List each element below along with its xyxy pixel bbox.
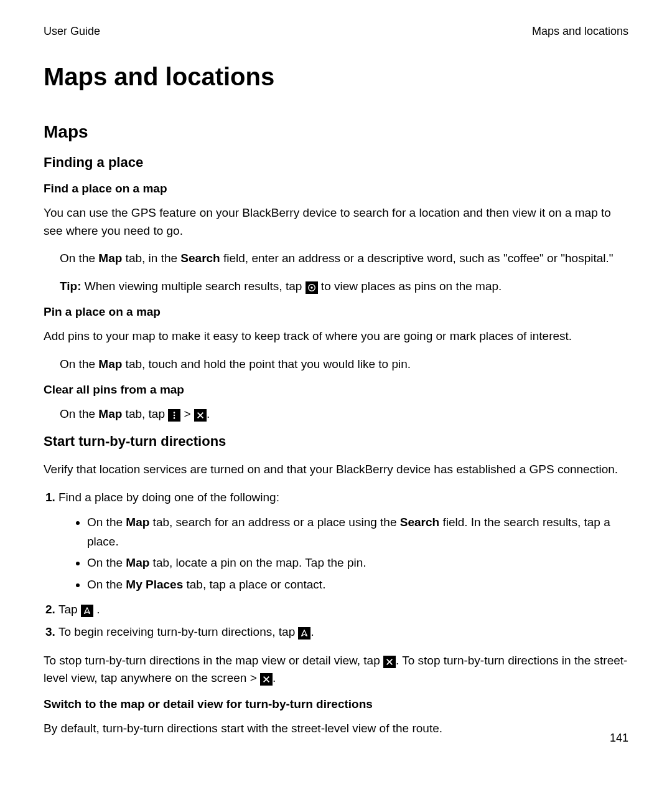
more-vertical-icon [168, 409, 180, 422]
clear-pins-step: On the Map tab, tap > . [60, 405, 628, 423]
page: User Guide Maps and locations Maps and l… [0, 0, 672, 807]
directions-step-1-options: On the Map tab, search for an address or… [58, 513, 628, 594]
clear-pins-heading: Clear all pins from a map [44, 383, 628, 397]
close-x-icon [260, 673, 273, 686]
pin-place-heading: Pin a place on a map [44, 305, 628, 319]
page-number: 141 [610, 732, 628, 745]
directions-step-1: Find a place by doing one of the followi… [58, 488, 628, 594]
svg-point-3 [174, 415, 175, 417]
directions-steps-list: Find a place by doing one of the followi… [44, 488, 628, 642]
section-maps-heading: Maps [44, 122, 628, 142]
header-right: Maps and locations [532, 25, 628, 38]
pin-place-step: On the Map tab, touch and hold the point… [60, 356, 628, 374]
navigation-arrow-icon [81, 605, 93, 617]
directions-step-3: To begin receiving turn-by-turn directio… [58, 623, 628, 641]
header-left: User Guide [44, 25, 100, 38]
finding-place-heading: Finding a place [44, 154, 628, 171]
svg-point-1 [310, 286, 313, 289]
navigation-arrow-icon [298, 627, 310, 639]
find-on-map-tip: Tip: When viewing multiple search result… [60, 278, 628, 296]
map-pin-view-icon [306, 281, 318, 294]
switch-view-para: By default, turn-by-turn directions star… [44, 720, 628, 738]
directions-step1-bullet1: On the Map tab, search for an address or… [87, 513, 628, 551]
pin-place-para: Add pins to your map to make it easy to … [44, 328, 628, 346]
directions-step1-bullet2: On the Map tab, locate a pin on the map.… [87, 554, 628, 572]
close-x-icon [194, 409, 207, 422]
find-on-map-para: You can use the GPS feature on your Blac… [44, 204, 628, 240]
directions-step-2: Tap . [58, 600, 628, 619]
directions-step1-bullet3: On the My Places tab, tap a place or con… [87, 575, 628, 594]
directions-para: Verify that location services are turned… [44, 461, 628, 479]
switch-view-heading: Switch to the map or detail view for tur… [44, 697, 628, 711]
find-on-map-step: On the Map tab, in the Search field, ent… [60, 250, 628, 268]
find-on-map-heading: Find a place on a map [44, 182, 628, 196]
svg-point-4 [174, 417, 175, 419]
page-header: User Guide Maps and locations [44, 25, 628, 38]
directions-heading: Start turn-by-turn directions [44, 433, 628, 450]
svg-point-2 [174, 412, 175, 413]
close-x-icon [383, 656, 396, 668]
directions-stop-para: To stop turn-by-turn directions in the m… [44, 652, 628, 687]
page-title: Maps and locations [44, 63, 628, 91]
